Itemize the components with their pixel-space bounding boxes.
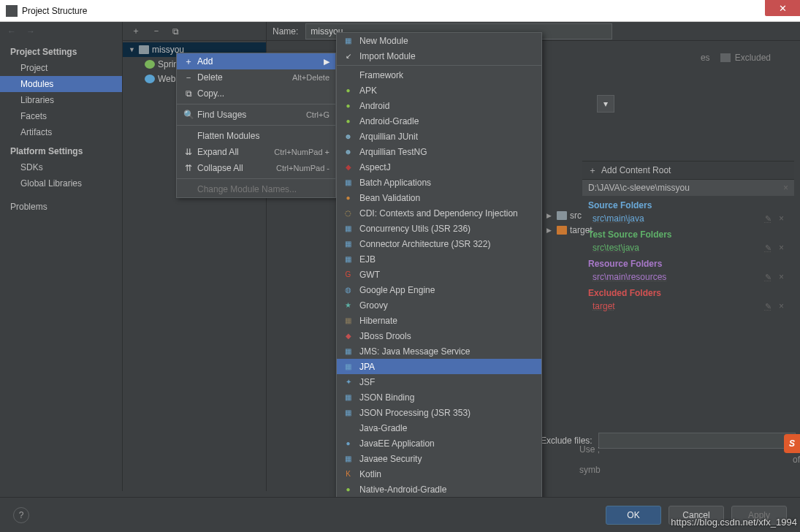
submenu-jpa[interactable]: ▦JPA — [337, 359, 541, 374]
nav-facets[interactable]: Facets — [0, 108, 122, 124]
section-header: Excluded Folders — [582, 284, 794, 300]
submenu-json-binding[interactable]: ▦JSON Binding — [337, 390, 541, 405]
folder-excluded-icon — [557, 226, 567, 235]
submenu-jboss-drools[interactable]: ◆JBoss Drools — [337, 328, 541, 343]
submenu-ejb[interactable]: ▦EJB — [337, 251, 541, 267]
submenu-arquillian-testng[interactable]: ☻Arquillian TestNG — [337, 144, 541, 159]
chevron-down-icon: ▾ — [603, 99, 608, 109]
nav-problems[interactable]: Problems — [0, 199, 122, 215]
folder-item[interactable]: target✎× — [582, 300, 794, 313]
submenu-native-android-gradle[interactable]: ●Native-Android-Gradle — [337, 482, 541, 497]
folder-icon — [139, 45, 149, 54]
ctx-expand-all[interactable]: ⇊Expand AllCtrl+NumPad + — [177, 144, 335, 160]
submenu-aspectj[interactable]: ◆AspectJ — [337, 159, 541, 175]
content-root-path[interactable]: D:\JAVA\c-sleeve\missyou× — [582, 180, 794, 196]
submenu-batch-applications[interactable]: ▦Batch Applications — [337, 175, 541, 190]
ctx-copy-[interactable]: ⧉Copy... — [177, 86, 335, 102]
nav-project[interactable]: Project — [0, 60, 122, 76]
submenu-android-gradle[interactable]: ●Android-Gradle — [337, 113, 541, 129]
submenu-groovy[interactable]: ★Groovy — [337, 297, 541, 313]
copy-icon[interactable]: ⧉ — [172, 26, 179, 37]
add-icon[interactable]: ＋ — [132, 25, 140, 37]
edit-icon[interactable]: ✎ — [765, 273, 772, 281]
ctx-add[interactable]: ＋Add▶ — [177, 53, 335, 69]
remove-icon[interactable]: － — [152, 25, 161, 37]
submenu-import-module[interactable]: ↙Import Module — [337, 48, 541, 64]
submenu-apk[interactable]: ●APK — [337, 83, 541, 98]
submenu-google-app-engine[interactable]: ◍Google App Engine — [337, 282, 541, 297]
watermark: https://blog.csdn.net/xfx_1994 — [668, 517, 800, 528]
remove-root-icon[interactable]: × — [783, 183, 788, 193]
dropdown-button[interactable]: ▾ — [597, 95, 614, 113]
nav-header-platform: Platform Settings — [0, 140, 122, 159]
content-root-panel: ＋Add Content Root D:\JAVA\c-sleeve\missy… — [582, 161, 794, 313]
remove-icon[interactable]: × — [779, 213, 784, 224]
remove-icon[interactable]: × — [779, 272, 784, 282]
context-menu: ＋Add▶－DeleteAlt+Delete⧉Copy...🔍Find Usag… — [176, 53, 336, 198]
folder-icon — [557, 211, 567, 220]
section-header: Test Source Folders — [582, 225, 794, 241]
submenu-connector-architecture-jsr-[interactable]: ▦Connector Architecture (JSR 322) — [337, 236, 541, 251]
exclude-hint: Use ;of symb — [579, 444, 800, 475]
ok-button[interactable]: OK — [606, 506, 661, 525]
web-icon — [145, 75, 155, 83]
submenu-kotlin[interactable]: KKotlin — [337, 466, 541, 482]
submenu-bean-validation[interactable]: ●Bean Validation — [337, 190, 541, 205]
submenu-javaee-application[interactable]: ●JavaEE Application — [337, 436, 541, 451]
submenu-cdi-contexts-and-dependency-injection[interactable]: ◌CDI: Contexts and Dependency Injection — [337, 205, 541, 221]
tab-hints: es Excluded — [701, 53, 771, 63]
back-icon[interactable]: ← — [7, 26, 16, 37]
submenu-java-gradle[interactable]: Java-Gradle — [337, 420, 541, 436]
add-content-root[interactable]: ＋Add Content Root — [582, 161, 794, 180]
nav-artifacts[interactable]: Artifacts — [0, 124, 122, 140]
folder-item[interactable]: src\main\java✎× — [582, 212, 794, 225]
remove-icon[interactable]: × — [779, 243, 784, 253]
ctx-delete[interactable]: －DeleteAlt+Delete — [177, 69, 335, 86]
forward-icon[interactable]: → — [26, 26, 35, 37]
name-label: Name: — [273, 26, 298, 37]
submenu-arquillian-junit[interactable]: ☻Arquillian JUnit — [337, 129, 541, 144]
close-button[interactable]: ✕ — [765, 0, 800, 16]
folder-item[interactable]: src\main\resources✎× — [582, 270, 794, 284]
remove-icon[interactable]: × — [779, 301, 784, 311]
ctx-change-module-names-: Change Module Names... — [177, 181, 335, 197]
expand-icon[interactable]: ▼ — [129, 46, 136, 53]
help-button[interactable]: ? — [13, 507, 29, 523]
submenu-concurrency-utils-jsr-[interactable]: ▦Concurrency Utils (JSR 236) — [337, 221, 541, 236]
add-submenu: ▦New Module↙Import ModuleFramework●APK●A… — [336, 32, 542, 529]
nav-sdks[interactable]: SDKs — [0, 159, 122, 175]
submenu-hibernate[interactable]: ▦Hibernate — [337, 313, 541, 328]
ctx-collapse-all[interactable]: ⇈Collapse AllCtrl+NumPad - — [177, 160, 335, 176]
settings-nav: ← → Project Settings Project Modules Lib… — [0, 22, 123, 491]
section-header: Resource Folders — [582, 254, 794, 270]
submenu-json-processing-jsr-[interactable]: ▦JSON Processing (JSR 353) — [337, 405, 541, 420]
edit-icon[interactable]: ✎ — [765, 302, 772, 311]
submenu-new-module[interactable]: ▦New Module — [337, 33, 541, 48]
submenu-gwt[interactable]: GGWT — [337, 267, 541, 282]
edit-icon[interactable]: ✎ — [765, 243, 772, 252]
nav-header-project: Project Settings — [0, 41, 122, 60]
spring-icon — [145, 60, 155, 69]
app-icon — [6, 5, 18, 17]
ctx-flatten-modules[interactable]: Flatten Modules — [177, 128, 335, 144]
window-title: Project Structure — [22, 6, 87, 16]
plus-icon: ＋ — [588, 164, 597, 177]
sogou-badge: S — [784, 434, 800, 453]
edit-icon[interactable]: ✎ — [765, 214, 772, 223]
submenu-android[interactable]: ●Android — [337, 98, 541, 113]
submenu-jms-java-message-service[interactable]: ▦JMS: Java Message Service — [337, 343, 541, 359]
nav-history: ← → — [0, 22, 122, 41]
title-bar: Project Structure ✕ — [0, 0, 800, 22]
excluded-icon — [720, 53, 731, 62]
submenu-jsf[interactable]: ✦JSF — [337, 374, 541, 390]
nav-global-libs[interactable]: Global Libraries — [0, 175, 122, 191]
submenu-javaee-security[interactable]: ▦Javaee Security — [337, 451, 541, 466]
submenu-framework[interactable]: Framework — [337, 67, 541, 83]
nav-modules[interactable]: Modules — [0, 76, 122, 92]
section-header: Source Folders — [582, 196, 794, 212]
folder-item[interactable]: src\test\java✎× — [582, 241, 794, 254]
nav-libraries[interactable]: Libraries — [0, 92, 122, 108]
ctx-find-usages[interactable]: 🔍Find UsagesCtrl+G — [177, 107, 335, 123]
